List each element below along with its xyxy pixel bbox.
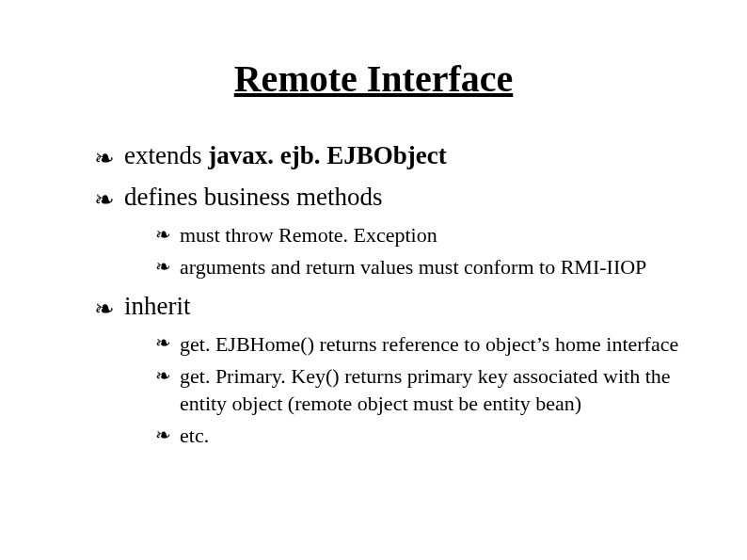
sub-bullet: ❧ arguments and return values must confo… bbox=[155, 254, 681, 281]
sub-bullet-text: get. Primary. Key() returns primary key … bbox=[180, 364, 671, 415]
tilde-icon: ❧ bbox=[155, 364, 171, 389]
slide: Remote Interface ❧ extends javax. ejb. E… bbox=[0, 0, 747, 560]
bullet-text: inherit bbox=[124, 292, 190, 320]
sub-bullet: ❧ must throw Remote. Exception bbox=[155, 222, 681, 249]
sub-bullet-text: must throw Remote. Exception bbox=[180, 223, 437, 247]
sub-bullet: ❧ get. EJBHome() returns reference to ob… bbox=[155, 331, 681, 359]
sub-bullet-text: etc. bbox=[180, 424, 209, 447]
sub-bullet-text: get. EJBHome() returns reference to obje… bbox=[180, 332, 678, 356]
tilde-icon: ❧ bbox=[155, 255, 171, 280]
bullet-text: defines business methods bbox=[124, 183, 382, 211]
tilde-icon: ❧ bbox=[94, 143, 115, 176]
tilde-icon: ❧ bbox=[155, 424, 171, 448]
tilde-icon: ❧ bbox=[155, 331, 171, 356]
tilde-icon: ❧ bbox=[94, 184, 115, 217]
bullet-defines: ❧ defines business methods bbox=[94, 180, 681, 214]
sub-bullet: ❧ get. Primary. Key() returns primary ke… bbox=[155, 363, 681, 417]
bullet-text-bold: javax. ejb. EJBObject bbox=[208, 141, 446, 169]
tilde-icon: ❧ bbox=[155, 223, 171, 248]
bullet-text: extends bbox=[124, 141, 208, 169]
bullet-inherit: ❧ inherit bbox=[94, 289, 681, 323]
slide-title: Remote Interface bbox=[66, 56, 681, 101]
sub-bullet: ❧ etc. bbox=[155, 423, 681, 450]
bullet-extends: ❧ extends javax. ejb. EJBObject bbox=[94, 138, 681, 172]
sub-bullet-text: arguments and return values must conform… bbox=[180, 255, 646, 279]
tilde-icon: ❧ bbox=[94, 294, 115, 327]
